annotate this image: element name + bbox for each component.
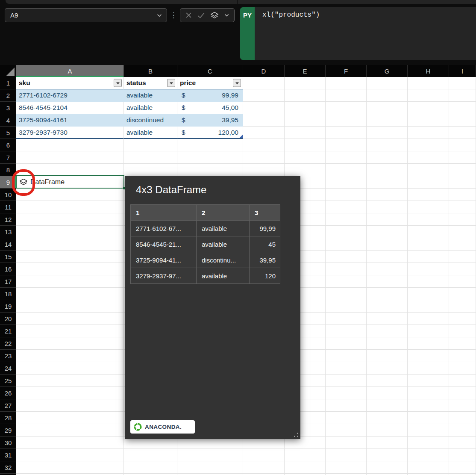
cell-F4[interactable]	[326, 114, 367, 127]
cell-F18[interactable]	[326, 288, 367, 300]
row-header-2[interactable]: 2	[0, 89, 16, 102]
cell-I2[interactable]	[449, 89, 476, 102]
cell-H25[interactable]	[408, 375, 449, 387]
cell-E4[interactable]	[285, 114, 326, 127]
cell-H23[interactable]	[408, 350, 449, 362]
cell-A26[interactable]	[16, 387, 124, 399]
row-header-15[interactable]: 15	[0, 251, 16, 263]
cell-I27[interactable]	[449, 399, 476, 412]
cell-I16[interactable]	[449, 263, 476, 275]
cell-F32[interactable]	[326, 461, 367, 474]
cell-I12[interactable]	[449, 213, 476, 226]
cell-F19[interactable]	[326, 300, 367, 313]
cell-H5[interactable]	[408, 127, 449, 139]
cell-A11[interactable]	[16, 201, 124, 213]
cell-H8[interactable]	[408, 164, 449, 176]
cell-H13[interactable]	[408, 226, 449, 238]
filter-button-price[interactable]	[233, 79, 241, 87]
row-header-6[interactable]: 6	[0, 139, 16, 151]
column-header-E[interactable]: E	[285, 65, 326, 77]
cell-F9[interactable]	[326, 176, 367, 189]
cell-B1[interactable]: status	[124, 77, 177, 89]
cell-H22[interactable]	[408, 337, 449, 350]
cell-I18[interactable]	[449, 288, 476, 300]
cell-H29[interactable]	[408, 424, 449, 437]
cell-B4[interactable]: discontinued	[124, 114, 177, 127]
cell-F25[interactable]	[326, 375, 367, 387]
cell-H6[interactable]	[408, 139, 449, 151]
cell-F16[interactable]	[326, 263, 367, 275]
cell-G13[interactable]	[367, 226, 408, 238]
cell-G18[interactable]	[367, 288, 408, 300]
cell-A28[interactable]	[16, 412, 124, 424]
row-header-23[interactable]: 23	[0, 350, 16, 362]
cell-I1[interactable]	[449, 77, 476, 89]
cell-I10[interactable]	[449, 189, 476, 201]
cell-F12[interactable]	[326, 213, 367, 226]
cell-H32[interactable]	[408, 461, 449, 474]
cell-G24[interactable]	[367, 362, 408, 375]
cell-D6[interactable]	[243, 139, 285, 151]
row-header-29[interactable]: 29	[0, 424, 16, 437]
cell-H24[interactable]	[408, 362, 449, 375]
cell-F30[interactable]	[326, 437, 367, 449]
cell-I31[interactable]	[449, 449, 476, 461]
column-header-G[interactable]: G	[367, 65, 408, 77]
cell-G22[interactable]	[367, 337, 408, 350]
cell-F22[interactable]	[326, 337, 367, 350]
cell-B5[interactable]: available	[124, 127, 177, 139]
cell-A13[interactable]	[16, 226, 124, 238]
cell-C5[interactable]: $120,00	[177, 127, 243, 139]
row-header-31[interactable]: 31	[0, 449, 16, 461]
row-header-26[interactable]: 26	[0, 387, 16, 399]
cell-C4[interactable]: $39,95	[177, 114, 243, 127]
row-header-4[interactable]: 4	[0, 114, 16, 127]
cell-A23[interactable]	[16, 350, 124, 362]
cell-G23[interactable]	[367, 350, 408, 362]
cell-A24[interactable]	[16, 362, 124, 375]
cell-F13[interactable]	[326, 226, 367, 238]
cell-F15[interactable]	[326, 251, 367, 263]
cell-F2[interactable]	[326, 89, 367, 102]
cell-H3[interactable]	[408, 102, 449, 114]
cell-I23[interactable]	[449, 350, 476, 362]
cell-H7[interactable]	[408, 151, 449, 164]
cell-A2[interactable]: 2771-6102-6729	[16, 89, 124, 102]
cell-A14[interactable]	[16, 238, 124, 251]
cell-A12[interactable]	[16, 213, 124, 226]
cell-E6[interactable]	[285, 139, 326, 151]
column-header-H[interactable]: H	[408, 65, 449, 77]
cell-A30[interactable]	[16, 437, 124, 449]
cell-G16[interactable]	[367, 263, 408, 275]
cell-A22[interactable]	[16, 337, 124, 350]
cell-I28[interactable]	[449, 412, 476, 424]
cell-A15[interactable]	[16, 251, 124, 263]
cell-E3[interactable]	[285, 102, 326, 114]
cell-H20[interactable]	[408, 313, 449, 325]
enter-check-icon[interactable]	[197, 12, 205, 19]
cell-I7[interactable]	[449, 151, 476, 164]
row-header-30[interactable]: 30	[0, 437, 16, 449]
cell-H14[interactable]	[408, 238, 449, 251]
cell-I14[interactable]	[449, 238, 476, 251]
cell-G15[interactable]	[367, 251, 408, 263]
chevron-down-icon[interactable]	[224, 12, 229, 18]
row-header-28[interactable]: 28	[0, 412, 16, 424]
cell-F26[interactable]	[326, 387, 367, 399]
cell-E1[interactable]	[285, 77, 326, 89]
cell-H19[interactable]	[408, 300, 449, 313]
cell-G20[interactable]	[367, 313, 408, 325]
cell-B8[interactable]	[124, 164, 177, 176]
cell-G2[interactable]	[367, 89, 408, 102]
cell-G19[interactable]	[367, 300, 408, 313]
cell-G7[interactable]	[367, 151, 408, 164]
cell-G5[interactable]	[367, 127, 408, 139]
cell-I32[interactable]	[449, 461, 476, 474]
name-box[interactable]: A9	[5, 8, 167, 22]
cell-E8[interactable]	[285, 164, 326, 176]
column-header-C[interactable]: C	[177, 65, 243, 77]
column-header-A[interactable]: A	[16, 65, 124, 77]
cell-F28[interactable]	[326, 412, 367, 424]
cell-D3[interactable]	[243, 102, 285, 114]
row-header-12[interactable]: 12	[0, 213, 16, 226]
